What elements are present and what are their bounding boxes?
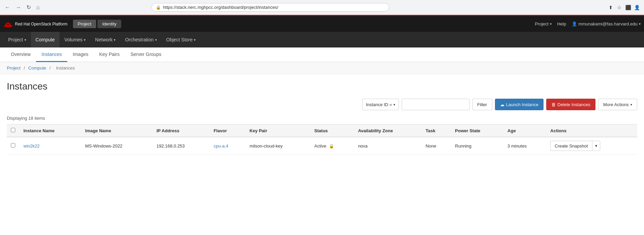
task-text: None — [426, 143, 436, 149]
identity-nav-pill[interactable]: Identity — [97, 20, 121, 28]
more-actions-chevron-icon: ▾ — [630, 103, 632, 106]
nav-item-project[interactable]: Project ▾ — [3, 32, 31, 47]
row-flavor-cell: cpu-a.4 — [209, 137, 245, 155]
row-key-pair-cell: milson-cloud-key — [245, 137, 310, 155]
browser-action-icons: ⬆ ☆ ⬛ 👤 — [607, 4, 641, 11]
sub-nav: Overview Instances Images Key Pairs Serv… — [0, 47, 644, 62]
availability-zone-text: nova — [358, 143, 368, 149]
flavor-link[interactable]: cpu-a.4 — [214, 143, 228, 149]
breadcrumb-instances: Instances — [56, 65, 75, 71]
row-checkbox-cell — [7, 137, 19, 155]
breadcrumb-compute[interactable]: Compute — [28, 65, 46, 71]
th-image-name: Image Name — [81, 124, 152, 137]
volumes-nav-chevron-icon: ▾ — [84, 38, 86, 42]
user-dropdown-button[interactable]: 👤 mmunakami@fas.harvard.edu ▾ — [572, 21, 641, 26]
row-image-name-cell: MS-Windows-2022 — [81, 137, 152, 155]
breadcrumb-sep-1: / — [24, 65, 26, 71]
breadcrumb-sep-2: / — [50, 65, 52, 71]
key-pair-text: milson-cloud-key — [250, 143, 283, 149]
user-chevron-icon: ▾ — [639, 22, 641, 26]
filter-select-label: Instance ID = — [366, 102, 392, 107]
row-availability-zone-cell: nova — [354, 137, 422, 155]
th-availability-zone: Availability Zone — [354, 124, 422, 137]
page-title: Instances — [7, 81, 637, 92]
ip-address-text: 192.168.0.253 — [157, 143, 185, 149]
project-nav-pill[interactable]: Project — [73, 20, 96, 28]
tab-instances[interactable]: Instances — [36, 47, 67, 62]
action-btn-group: Create Snapshot ▾ — [550, 141, 633, 151]
delete-instances-button[interactable]: 🗑 Delete Instances — [546, 99, 595, 110]
row-select-checkbox[interactable] — [11, 143, 15, 148]
tab-overview[interactable]: Overview — [5, 47, 36, 62]
create-snapshot-button[interactable]: Create Snapshot — [550, 141, 592, 151]
table-header-row: Instance Name Image Name IP Address Flav… — [7, 124, 637, 137]
nav-item-volumes[interactable]: Volumes ▾ — [59, 32, 90, 47]
object-store-nav-chevron-icon: ▾ — [194, 38, 196, 42]
row-actions-cell: Create Snapshot ▾ — [546, 137, 637, 155]
tab-images[interactable]: Images — [67, 47, 94, 62]
filter-select[interactable]: Instance ID = ▾ — [362, 99, 399, 110]
url-text: https://stack.nerc.mghpcc.org/dashboard/… — [163, 5, 278, 10]
breadcrumb: Project / Compute / Instances — [0, 62, 644, 74]
project-dropdown-button[interactable]: Project ▾ — [535, 21, 551, 26]
power-state-text: Running — [455, 143, 471, 149]
address-bar[interactable]: 🔒 https://stack.nerc.mghpcc.org/dashboar… — [151, 3, 389, 12]
network-nav-chevron-icon: ▾ — [114, 38, 115, 42]
breadcrumb-project[interactable]: Project — [7, 65, 20, 71]
browser-reload-button[interactable]: ↻ — [25, 3, 32, 12]
row-ip-address-cell: 192.168.0.253 — [152, 137, 209, 155]
table-header: Instance Name Image Name IP Address Flav… — [7, 124, 637, 137]
extensions-icon[interactable]: ⬛ — [625, 4, 632, 11]
main-content: Instances Instance ID = ▾ Filter ☁ Launc… — [0, 74, 644, 161]
nav-item-compute[interactable]: Compute — [31, 32, 60, 47]
th-task: Task — [422, 124, 451, 137]
filter-bar: Instance ID = ▾ Filter ☁ Launch Instance… — [7, 99, 637, 110]
more-actions-button[interactable]: More Actions ▾ — [598, 99, 637, 110]
action-dropdown-chevron-icon: ▾ — [595, 143, 597, 148]
filter-button[interactable]: Filter — [472, 99, 492, 110]
row-power-state-cell: Running — [451, 137, 503, 155]
share-icon[interactable]: ⬆ — [607, 4, 614, 11]
orchestration-nav-chevron-icon: ▾ — [155, 38, 157, 42]
row-age-cell: 3 minutes — [503, 137, 546, 155]
th-status: Status — [310, 124, 354, 137]
cloud-upload-icon: ☁ — [500, 102, 504, 107]
top-nav: Red Hat OpenStack Platform Project Ident… — [0, 15, 644, 32]
filter-input[interactable] — [402, 99, 470, 110]
launch-instance-button[interactable]: ☁ Launch Instance — [495, 99, 544, 110]
help-link[interactable]: Help — [557, 21, 566, 26]
row-task-cell: None — [422, 137, 451, 155]
bookmark-icon[interactable]: ☆ — [616, 4, 623, 11]
trash-icon: 🗑 — [551, 102, 556, 107]
action-dropdown-button[interactable]: ▾ — [592, 141, 600, 151]
th-actions: Actions — [546, 124, 637, 137]
browser-forward-button[interactable]: → — [14, 3, 22, 12]
browser-back-button[interactable]: ← — [3, 3, 12, 12]
browser-chrome: ← → ↻ ⌂ 🔒 https://stack.nerc.mghpcc.org/… — [0, 0, 644, 15]
image-name-text: MS-Windows-2022 — [85, 143, 123, 149]
th-flavor: Flavor — [209, 124, 245, 137]
user-icon: 👤 — [572, 21, 577, 26]
browser-home-button[interactable]: ⌂ — [35, 3, 41, 12]
th-power-state: Power State — [451, 124, 503, 137]
security-lock-icon: 🔒 — [156, 5, 161, 10]
nav-item-object-store[interactable]: Object Store ▾ — [162, 32, 201, 47]
tab-key-pairs[interactable]: Key Pairs — [94, 47, 125, 62]
redhat-hat-icon — [3, 21, 13, 27]
tab-server-groups[interactable]: Server Groups — [125, 47, 167, 62]
age-text: 3 minutes — [508, 143, 527, 149]
th-key-pair: Key Pair — [245, 124, 310, 137]
nav-item-orchestration[interactable]: Orchestration ▾ — [120, 32, 161, 47]
profile-icon[interactable]: 👤 — [634, 4, 641, 11]
select-all-checkbox[interactable] — [11, 128, 15, 132]
th-instance-name: Instance Name — [19, 124, 81, 137]
displaying-count: Displaying 18 items — [7, 116, 637, 121]
nav-item-network[interactable]: Network ▾ — [90, 32, 120, 47]
row-instance-name-cell: win2k22 — [19, 137, 81, 155]
instances-table: Instance Name Image Name IP Address Flav… — [7, 124, 637, 155]
instance-name-link[interactable]: win2k22 — [23, 143, 40, 149]
th-age: Age — [503, 124, 546, 137]
th-checkbox — [7, 124, 19, 137]
table-row: win2k22 MS-Windows-2022 192.168.0.253 cp… — [7, 137, 637, 155]
brand-text: Red Hat OpenStack Platform — [15, 22, 68, 26]
